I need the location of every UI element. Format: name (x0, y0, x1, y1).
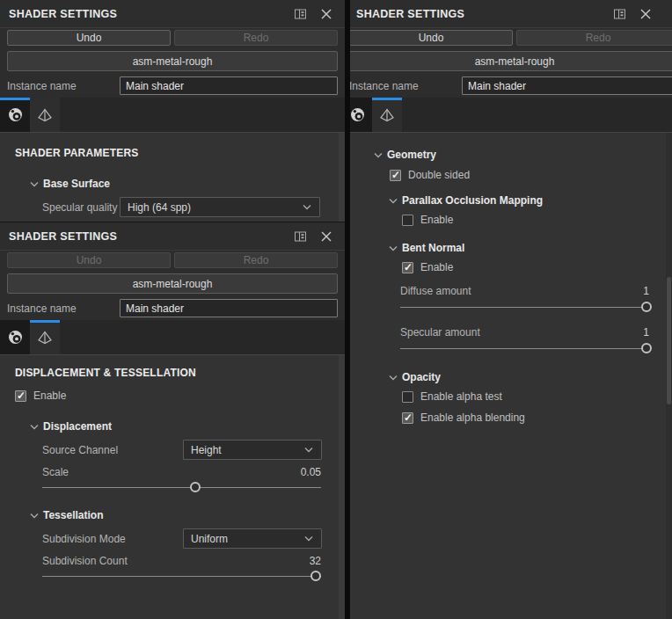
bent-normal-enable-checkbox[interactable] (402, 262, 413, 273)
close-icon[interactable] (636, 6, 655, 22)
shader-select-button[interactable]: asm-metal-rough (7, 273, 338, 294)
alpha-blending-row: Enable alpha blending (402, 411, 672, 424)
subdivision-mode-row: Subdivision Mode Uniform (42, 528, 322, 549)
instance-name-row: Instance name (349, 76, 672, 95)
group-tessellation[interactable]: Tessellation (30, 509, 345, 521)
section-header: SHADER PARAMETERS (15, 147, 345, 159)
shader-select-button[interactable]: asm-metal-rough (349, 51, 672, 71)
group-parallax-occlusion-mapping[interactable]: Parallax Occlusion Mapping (389, 194, 672, 207)
alpha-test-row: Enable alpha test (402, 390, 672, 403)
subdivision-count-slider[interactable] (42, 570, 321, 582)
scrollbar[interactable] (666, 133, 672, 619)
specular-amount-slider[interactable] (400, 342, 649, 354)
redo-button[interactable]: Redo (516, 30, 672, 46)
redo-button[interactable]: Redo (174, 252, 338, 268)
panel-titlebar: SHADER SETTINGS (0, 0, 345, 28)
enable-checkbox[interactable] (15, 390, 26, 402)
diffuse-amount-label: Diffuse amount (400, 285, 471, 297)
tab-shader-parameters[interactable] (0, 98, 30, 132)
specular-amount-row: Specular amount 1 (400, 326, 649, 339)
panel-title: SHADER SETTINGS (9, 8, 290, 20)
chevron-down-icon (389, 245, 398, 251)
shader-select-button[interactable]: asm-metal-rough (7, 51, 338, 71)
instance-name-label: Instance name (349, 80, 462, 92)
undo-redo-row: Undo Redo (7, 30, 338, 46)
panel-content: Geometry Double sided Parallax Occlusion… (342, 132, 672, 619)
dock-layout-icon[interactable] (610, 6, 629, 22)
subdivision-count-value: 32 (310, 555, 321, 567)
redo-button[interactable]: Redo (174, 30, 338, 46)
tab-geometry-settings[interactable] (30, 98, 60, 132)
diffuse-amount-slider[interactable] (400, 301, 649, 313)
bent-normal-enable-row: Enable (402, 261, 672, 273)
undo-button[interactable]: Undo (349, 30, 513, 46)
source-channel-label: Source Channel (42, 444, 183, 456)
instance-name-label: Instance name (7, 80, 120, 92)
double-sided-checkbox[interactable] (390, 170, 401, 181)
tab-shader-parameters[interactable] (0, 320, 30, 354)
tab-bar (342, 98, 672, 132)
shader-ball-icon (8, 330, 23, 347)
source-channel-row: Source Channel Height (42, 440, 322, 460)
alpha-blending-checkbox[interactable] (402, 412, 413, 424)
chevron-down-icon (30, 181, 39, 187)
undo-redo-row: Undo Redo (349, 30, 672, 46)
shader-ball-icon (8, 107, 23, 125)
chevron-down-icon (374, 152, 383, 158)
subdivision-mode-dropdown[interactable]: Uniform (183, 528, 322, 549)
group-opacity[interactable]: Opacity (389, 371, 672, 383)
dock-layout-icon[interactable] (290, 229, 310, 244)
tab-geometry-settings[interactable] (30, 320, 60, 354)
specular-quality-label: Specular quality (42, 201, 120, 214)
scrollbar[interactable] (339, 355, 345, 619)
tab-geometry-settings[interactable] (372, 98, 402, 132)
group-geometry[interactable]: Geometry (374, 149, 672, 161)
group-bent-normal[interactable]: Bent Normal (389, 242, 672, 254)
instance-name-row: Instance name (7, 76, 338, 95)
panel-content: DISPLACEMENT & TESSELLATION Enable Displ… (0, 354, 345, 619)
subdivision-mode-label: Subdivision Mode (42, 533, 183, 545)
instance-name-input[interactable] (120, 76, 338, 95)
section-header: DISPLACEMENT & TESSELLATION (15, 367, 345, 379)
pyramid-icon (379, 108, 395, 125)
specular-quality-row: Specular quality High (64 spp) (42, 197, 320, 217)
subdivision-count-row: Subdivision Count 32 (42, 555, 321, 567)
slider-knob[interactable] (641, 302, 652, 312)
slider-knob[interactable] (190, 482, 201, 492)
enable-checkbox-row: Enable (15, 390, 345, 402)
scrollbar[interactable] (339, 133, 345, 222)
parallax-enable-checkbox[interactable] (402, 215, 413, 226)
source-channel-dropdown[interactable]: Height (183, 440, 322, 460)
panel-titlebar: SHADER SETTINGS (0, 222, 345, 251)
scale-row: Scale 0.05 (42, 466, 321, 478)
group-displacement[interactable]: Displacement (30, 420, 345, 433)
specular-amount-value: 1 (643, 326, 649, 339)
parallax-enable-row: Enable (402, 214, 672, 226)
alpha-test-checkbox[interactable] (402, 391, 413, 403)
instance-name-input[interactable] (462, 76, 672, 95)
scale-slider[interactable] (42, 481, 321, 493)
group-base-surface[interactable]: Base Surface (30, 178, 345, 190)
scrollbar-thumb[interactable] (667, 277, 671, 404)
chevron-down-icon (389, 375, 398, 381)
panel-shader-parameters: SHADER SETTINGS Undo Redo asm-metal-roug… (0, 0, 345, 222)
dock-layout-icon[interactable] (290, 6, 310, 22)
panel-titlebar: SHADER SETTINGS (342, 0, 672, 28)
undo-button[interactable]: Undo (7, 30, 171, 46)
slider-knob[interactable] (310, 571, 321, 581)
instance-name-input[interactable] (120, 299, 338, 317)
shader-ball-icon (350, 107, 365, 125)
chevron-down-icon (389, 198, 398, 204)
specular-quality-dropdown[interactable]: High (64 spp) (120, 197, 320, 217)
close-icon[interactable] (317, 229, 336, 244)
undo-button[interactable]: Undo (7, 252, 171, 268)
scale-label: Scale (42, 466, 69, 478)
pyramid-icon (37, 331, 53, 347)
slider-knob[interactable] (641, 343, 652, 353)
specular-amount-label: Specular amount (400, 326, 480, 339)
subdivision-count-label: Subdivision Count (42, 555, 128, 567)
panel-displacement-tessellation: SHADER SETTINGS Undo Redo asm-metal-roug… (0, 222, 345, 619)
double-sided-row: Double sided (390, 169, 672, 181)
close-icon[interactable] (317, 6, 336, 22)
undo-redo-row: Undo Redo (7, 252, 338, 268)
